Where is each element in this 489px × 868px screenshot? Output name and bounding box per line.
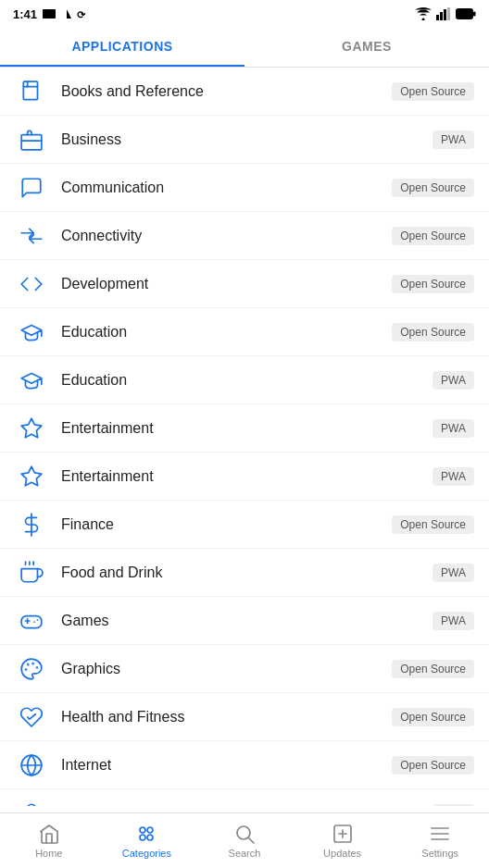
item-label-education2: Education xyxy=(61,372,433,389)
svg-rect-5 xyxy=(444,9,446,20)
signal-icon xyxy=(436,7,451,20)
item-badge-internet: Open Source xyxy=(392,756,474,775)
item-label-finance: Finance xyxy=(61,516,392,533)
list-item-food[interactable]: Food and Drink PWA xyxy=(0,549,489,597)
list-item-education2[interactable]: Education PWA xyxy=(0,356,489,404)
book-icon xyxy=(15,75,48,108)
item-label-entertainment1: Entertainment xyxy=(61,420,433,437)
svg-rect-10 xyxy=(23,81,37,100)
entertainment-icon xyxy=(15,460,48,493)
download-icon xyxy=(61,8,72,19)
tab-header: APPLICATIONS GAMES xyxy=(0,26,489,68)
finance-icon xyxy=(15,508,48,541)
list-item-education1[interactable]: Education Open Source xyxy=(0,308,489,356)
home-icon xyxy=(38,823,60,845)
item-badge-development: Open Source xyxy=(392,275,474,293)
list-item-communication[interactable]: Communication Open Source xyxy=(0,164,489,212)
nav-categories-label: Categories xyxy=(122,848,171,859)
item-badge-education2: PWA xyxy=(433,371,474,390)
sync-icon: ⟳ xyxy=(77,8,88,19)
food-icon xyxy=(15,556,48,589)
item-badge-entertainment2: PWA xyxy=(433,467,474,486)
item-badge-health: Open Source xyxy=(392,708,474,726)
app-list: Books and Reference Open Source Business… xyxy=(0,68,489,806)
list-item-business[interactable]: Business PWA xyxy=(0,116,489,164)
item-badge-finance: Open Source xyxy=(392,515,474,534)
item-label-food: Food and Drink xyxy=(61,564,433,581)
svg-point-38 xyxy=(28,804,36,806)
wifi-icon xyxy=(415,7,432,20)
games-icon xyxy=(15,604,48,638)
list-item-entertainment1[interactable]: Entertainment PWA xyxy=(0,404,489,453)
svg-rect-4 xyxy=(440,12,443,20)
communication-icon xyxy=(15,171,48,205)
development-icon xyxy=(15,267,48,301)
svg-line-44 xyxy=(248,838,254,844)
list-item-graphics[interactable]: Graphics Open Source xyxy=(0,645,489,693)
item-badge-business: PWA xyxy=(433,130,474,149)
education-icon xyxy=(15,316,48,349)
item-badge-lifestyle: PWA xyxy=(433,804,474,807)
item-label-entertainment2: Entertainment xyxy=(61,468,433,485)
list-item-finance[interactable]: Finance Open Source xyxy=(0,501,489,549)
bottom-nav: Home Categories Search Updates Settings xyxy=(0,812,489,868)
list-item-lifestyle[interactable]: Lifestyle PWA xyxy=(0,789,489,806)
nav-home[interactable]: Home xyxy=(0,813,98,868)
item-label-books: Books and Reference xyxy=(61,83,392,100)
svg-point-40 xyxy=(147,827,153,833)
list-item-entertainment2[interactable]: Entertainment PWA xyxy=(0,453,489,501)
business-icon xyxy=(15,123,48,156)
item-label-education1: Education xyxy=(61,324,392,341)
item-label-development: Development xyxy=(61,276,392,292)
nav-search-label: Search xyxy=(229,848,261,859)
battery-icon xyxy=(456,8,476,19)
list-item-internet[interactable]: Internet Open Source xyxy=(0,741,489,789)
list-item-development[interactable]: Development Open Source xyxy=(0,260,489,308)
item-badge-books: Open Source xyxy=(392,82,474,101)
svg-point-41 xyxy=(140,835,145,840)
item-label-internet: Internet xyxy=(61,757,392,774)
list-item-connectivity[interactable]: Connectivity Open Source xyxy=(0,212,489,260)
item-badge-connectivity: Open Source xyxy=(392,227,474,245)
svg-rect-9 xyxy=(473,12,476,17)
internet-icon xyxy=(15,749,48,782)
nav-home-label: Home xyxy=(35,848,62,859)
status-time: 1:41 ⟳ xyxy=(13,7,88,21)
svg-rect-8 xyxy=(458,10,469,18)
nav-search[interactable]: Search xyxy=(195,813,294,868)
item-label-communication: Communication xyxy=(61,180,392,196)
item-badge-education1: Open Source xyxy=(392,323,474,341)
svg-marker-22 xyxy=(21,466,42,486)
graphics-icon xyxy=(15,652,48,686)
entertainment-icon xyxy=(15,412,48,445)
tab-games[interactable]: GAMES xyxy=(244,26,489,67)
list-item-games[interactable]: Games PWA xyxy=(0,597,489,645)
health-icon xyxy=(15,701,48,734)
svg-text:⟳: ⟳ xyxy=(77,9,86,19)
nav-updates[interactable]: Updates xyxy=(294,813,392,868)
status-icons xyxy=(415,7,476,20)
settings-icon xyxy=(429,823,451,845)
status-bar: 1:41 ⟳ xyxy=(0,0,489,26)
tab-applications[interactable]: APPLICATIONS xyxy=(0,26,244,67)
search-icon xyxy=(233,823,256,845)
nav-categories[interactable]: Categories xyxy=(98,813,196,868)
svg-point-33 xyxy=(36,666,37,667)
item-label-business: Business xyxy=(61,131,433,148)
time-display: 1:41 xyxy=(13,7,37,21)
svg-marker-1 xyxy=(62,9,71,19)
nav-settings[interactable]: Settings xyxy=(391,813,489,868)
item-label-health: Health and Fitness xyxy=(61,709,392,725)
svg-rect-6 xyxy=(447,7,450,20)
list-item-health[interactable]: Health and Fitness Open Source xyxy=(0,693,489,741)
item-badge-graphics: Open Source xyxy=(392,660,474,678)
item-label-graphics: Graphics xyxy=(61,661,392,677)
item-badge-food: PWA xyxy=(433,564,474,582)
svg-rect-0 xyxy=(43,9,56,19)
item-label-lifestyle: Lifestyle xyxy=(61,805,433,807)
nav-settings-label: Settings xyxy=(421,848,458,859)
nav-updates-label: Updates xyxy=(323,848,361,859)
svg-rect-31 xyxy=(21,615,42,627)
list-item-books[interactable]: Books and Reference Open Source xyxy=(0,68,489,116)
svg-rect-13 xyxy=(21,134,42,149)
